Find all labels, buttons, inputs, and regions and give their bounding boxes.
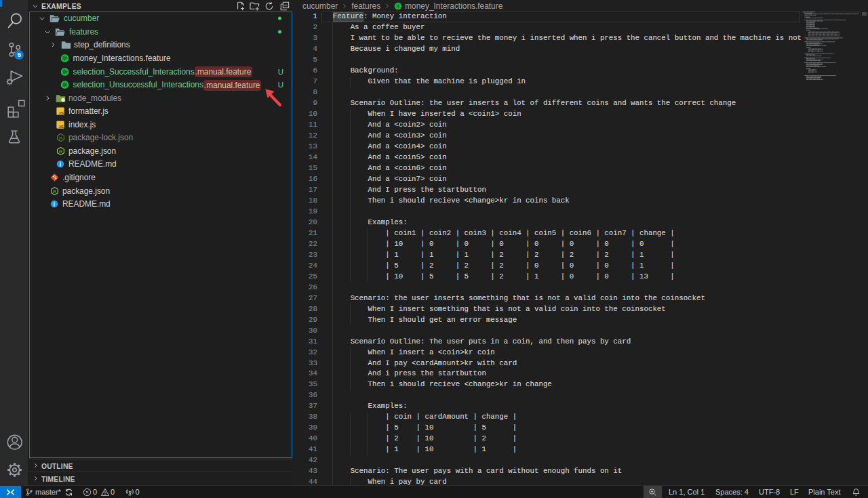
svg-text:js: js [58,149,62,153]
svg-text:JS: JS [58,124,63,128]
svg-text:JS: JS [58,111,63,115]
svg-text:js: js [52,189,56,193]
svg-text:js: js [58,136,62,140]
